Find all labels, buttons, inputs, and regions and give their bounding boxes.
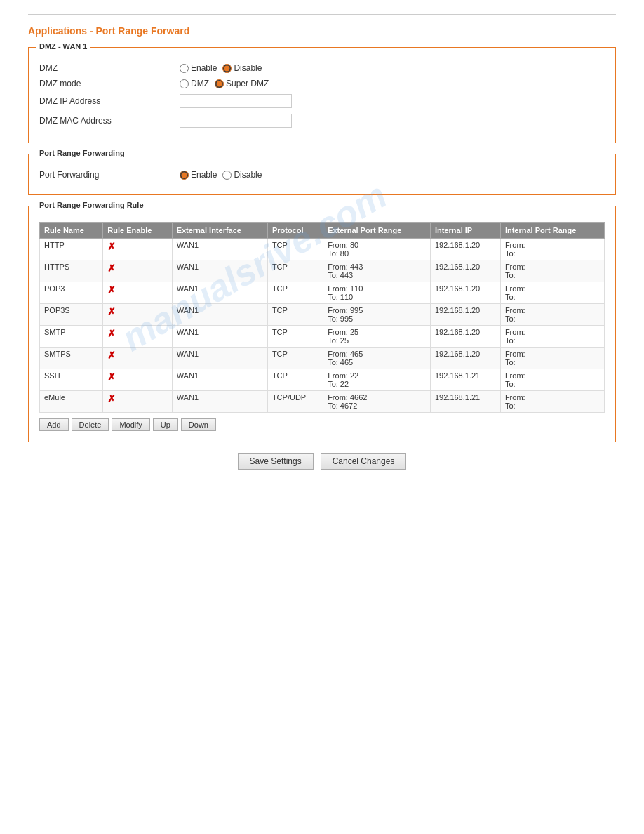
- dmz-disable-option[interactable]: Disable: [222, 63, 262, 73]
- cell-protocol: TCP: [267, 260, 323, 282]
- cell-protocol: TCP: [267, 282, 323, 304]
- rule-disabled-icon: ✗: [107, 263, 116, 274]
- col-int-port-range: Internal Port Range: [500, 223, 604, 239]
- cell-protocol: TCP: [267, 348, 323, 369]
- cell-ext-port-range: From: 443To: 443: [323, 260, 431, 282]
- cell-rule-name: HTTPS: [40, 260, 103, 282]
- dmz-mode-superdmz-radio[interactable]: [215, 79, 224, 88]
- cell-rule-enable: ✗: [103, 326, 172, 348]
- cell-protocol: TCP: [267, 239, 323, 260]
- rule-section: Port Range Forwarding Rule Rule Name Rul…: [28, 206, 616, 442]
- port-forwarding-legend: Port Range Forwarding: [36, 149, 128, 157]
- dmz-legend: DMZ - WAN 1: [36, 42, 90, 51]
- col-internal-ip: Internal IP: [430, 223, 500, 239]
- dmz-mode-superdmz-option[interactable]: Super DMZ: [215, 79, 269, 88]
- add-button[interactable]: Add: [39, 418, 69, 431]
- cell-ext-interface: WAN1: [172, 348, 267, 369]
- cell-rule-name: POP3S: [40, 304, 103, 326]
- cell-rule-enable: ✗: [103, 239, 172, 260]
- cell-protocol: TCP: [267, 304, 323, 326]
- pf-enable-label: Enable: [191, 170, 217, 180]
- cell-rule-enable: ✗: [103, 304, 172, 326]
- pf-enable-radio[interactable]: [180, 171, 189, 180]
- table-row: POP3S✗WAN1TCPFrom: 995To: 995192.168.1.2…: [40, 304, 605, 326]
- dmz-disable-radio[interactable]: [222, 64, 232, 73]
- dmz-ip-row: DMZ IP Address: [39, 94, 605, 108]
- cell-int-port-range: From:To:: [500, 348, 604, 369]
- table-row: SMTP✗WAN1TCPFrom: 25To: 25192.168.1.20Fr…: [40, 326, 605, 348]
- cell-protocol: TCP: [267, 326, 323, 348]
- dmz-mode-row: DMZ mode DMZ Super DMZ: [39, 79, 605, 88]
- cell-protocol: TCP: [267, 369, 323, 391]
- cell-ext-port-range: From: 22To: 22: [323, 369, 431, 391]
- cell-rule-enable: ✗: [103, 282, 172, 304]
- top-divider: [28, 14, 616, 15]
- cell-int-port-range: From:To:: [500, 260, 604, 282]
- dmz-row: DMZ Enable Disable: [39, 63, 605, 73]
- cell-rule-enable: ✗: [103, 348, 172, 369]
- cell-rule-enable: ✗: [103, 260, 172, 282]
- dmz-mac-label: DMZ MAC Address: [39, 116, 180, 126]
- rule-legend: Port Range Forwarding Rule: [36, 201, 147, 209]
- cell-ext-interface: WAN1: [172, 282, 267, 304]
- dmz-enable-label: Enable: [191, 63, 217, 73]
- dmz-label: DMZ: [39, 63, 180, 73]
- rule-disabled-icon: ✗: [107, 328, 116, 339]
- cell-internal-ip: 192.168.1.20: [430, 304, 500, 326]
- port-forwarding-row: Port Forwarding Enable Disable: [39, 170, 605, 180]
- cell-internal-ip: 192.168.1.20: [430, 239, 500, 260]
- cell-ext-port-range: From: 110To: 110: [323, 282, 431, 304]
- rule-disabled-icon: ✗: [107, 284, 116, 296]
- col-ext-port-range: External Port Range: [323, 223, 431, 239]
- rule-disabled-icon: ✗: [107, 306, 116, 317]
- cancel-changes-button[interactable]: Cancel Changes: [321, 453, 407, 470]
- cell-rule-name: HTTP: [40, 239, 103, 260]
- cell-rule-enable: ✗: [103, 369, 172, 391]
- delete-button[interactable]: Delete: [72, 418, 109, 431]
- cell-int-port-range: From:To:: [500, 326, 604, 348]
- dmz-section: DMZ - WAN 1 DMZ Enable Disable D: [28, 47, 616, 143]
- pf-disable-option[interactable]: Disable: [222, 170, 262, 180]
- cell-int-port-range: From:To:: [500, 391, 604, 413]
- cell-int-port-range: From:To:: [500, 239, 604, 260]
- cell-protocol: TCP/UDP: [267, 391, 323, 413]
- dmz-mode-dmz-radio[interactable]: [180, 79, 189, 88]
- cell-ext-port-range: From: 25To: 25: [323, 326, 431, 348]
- dmz-ip-label: DMZ IP Address: [39, 96, 180, 106]
- table-row: HTTPS✗WAN1TCPFrom: 443To: 443192.168.1.2…: [40, 260, 605, 282]
- modify-button[interactable]: Modify: [112, 418, 149, 431]
- col-ext-interface: External Interface: [172, 223, 267, 239]
- dmz-enable-radio[interactable]: [180, 64, 189, 73]
- cell-rule-name: SSH: [40, 369, 103, 391]
- page-title: Applications - Port Range Forward: [28, 25, 616, 37]
- up-button[interactable]: Up: [153, 418, 178, 431]
- save-settings-button[interactable]: Save Settings: [238, 453, 314, 470]
- col-rule-name: Rule Name: [40, 223, 103, 239]
- pf-disable-label: Disable: [234, 170, 262, 180]
- cell-internal-ip: 192.168.1.20: [430, 326, 500, 348]
- dmz-mac-input[interactable]: [180, 114, 292, 128]
- dmz-enable-option[interactable]: Enable: [180, 63, 217, 73]
- cell-rule-name: SMTPS: [40, 348, 103, 369]
- cell-ext-interface: WAN1: [172, 304, 267, 326]
- rule-disabled-icon: ✗: [107, 371, 116, 383]
- dmz-mode-dmz-option[interactable]: DMZ: [180, 79, 209, 88]
- cell-ext-port-range: From: 465To: 465: [323, 348, 431, 369]
- cell-rule-name: POP3: [40, 282, 103, 304]
- col-protocol: Protocol: [267, 223, 323, 239]
- table-header-row: Rule Name Rule Enable External Interface…: [40, 223, 605, 239]
- bottom-button-row: Save Settings Cancel Changes: [28, 453, 616, 470]
- pf-disable-radio[interactable]: [222, 171, 232, 180]
- cell-int-port-range: From:To:: [500, 304, 604, 326]
- cell-ext-interface: WAN1: [172, 260, 267, 282]
- port-forwarding-section: Port Range Forwarding Port Forwarding En…: [28, 154, 616, 195]
- dmz-radio-group: Enable Disable: [180, 63, 262, 73]
- dmz-ip-input[interactable]: [180, 94, 292, 108]
- cell-rule-enable: ✗: [103, 391, 172, 413]
- pf-enable-option[interactable]: Enable: [180, 170, 217, 180]
- cell-internal-ip: 192.168.1.21: [430, 391, 500, 413]
- down-button[interactable]: Down: [181, 418, 216, 431]
- cell-rule-name: eMule: [40, 391, 103, 413]
- table-row: HTTP✗WAN1TCPFrom: 80To: 80192.168.1.20Fr…: [40, 239, 605, 260]
- rule-disabled-icon: ✗: [107, 241, 116, 252]
